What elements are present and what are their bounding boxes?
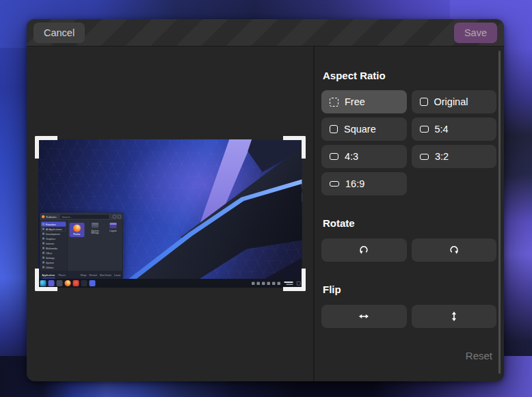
- logout-icon: [109, 223, 116, 228]
- crop-handle-bottom-right[interactable]: [283, 269, 306, 291]
- red-app-icon: [72, 280, 79, 286]
- save-button[interactable]: Save: [454, 23, 497, 43]
- category-icon: [42, 233, 44, 235]
- aspect-square-icon: [330, 125, 338, 133]
- headerbar: Cancel Save: [27, 19, 504, 46]
- screenshot-being-cropped[interactable]: Kubuntu Search... Favorite: [38, 139, 302, 288]
- crop-selection[interactable]: Kubuntu Search... Favorite: [38, 139, 302, 288]
- rotate-counterclockwise-button[interactable]: [321, 238, 407, 262]
- dialog-content: Kubuntu Search... Favorite: [27, 46, 504, 381]
- mini-launcher-title: Kubuntu: [46, 215, 56, 219]
- launcher-category: Favorites: [41, 222, 66, 227]
- aspect-16-9-icon: [330, 181, 339, 187]
- crop-handle-bottom-left[interactable]: [35, 269, 57, 291]
- app-tile-logout: Logout: [105, 223, 120, 232]
- flip-horizontal-button[interactable]: [321, 305, 407, 328]
- aspect-option-3-2[interactable]: 3:2: [412, 145, 497, 168]
- category-icon: [42, 243, 44, 245]
- crop-preview-area: Kubuntu Search... Favorite: [27, 46, 315, 381]
- aspect-option-4-3[interactable]: 4:3: [321, 145, 407, 168]
- category-label: Graphics: [46, 237, 55, 240]
- app-tile-firefox: Firefox: [69, 223, 84, 237]
- tray-icon: [277, 282, 280, 285]
- reset-button[interactable]: Reset: [321, 350, 496, 361]
- category-icon: [42, 223, 44, 225]
- aspect-option-5-4[interactable]: 5:4: [412, 118, 497, 141]
- aspect-option-free[interactable]: Free: [321, 90, 407, 113]
- app-tile-label: System Settings: [88, 230, 103, 234]
- aspect-option-square[interactable]: Square: [321, 118, 407, 141]
- launcher-category: Development: [41, 232, 66, 236]
- launcher-category: System: [41, 260, 66, 265]
- category-label: Development: [46, 232, 60, 235]
- launcher-category: Office: [41, 251, 66, 256]
- category-label: System: [46, 261, 54, 264]
- mini-launcher-body: Favorites All Applications Development: [40, 221, 122, 271]
- rotate-heading: Rotate: [323, 217, 496, 230]
- power-actions: SleepRestartShut DownLeave: [80, 274, 120, 277]
- pin-icon: [113, 215, 116, 219]
- system-settings-icon: [92, 223, 98, 228]
- flip-vertical-button[interactable]: [412, 305, 497, 328]
- category-label: Favorites: [46, 223, 55, 225]
- crop-handle-top-left[interactable]: [35, 136, 57, 159]
- option-label: Original: [434, 96, 468, 107]
- category-icon: [42, 238, 44, 240]
- tray-icon: [256, 282, 260, 285]
- distro-logo-icon: [42, 215, 45, 219]
- aspect-5-4-icon: [420, 126, 429, 133]
- aspect-original-icon: [420, 98, 428, 106]
- panel-scrollbar[interactable]: [498, 51, 501, 374]
- option-label: Square: [344, 124, 376, 135]
- edit-panel: Aspect Ratio Free Original Square 5:4: [315, 46, 504, 381]
- launcher-category: Multimedia: [41, 246, 66, 251]
- mini-taskbar: [38, 279, 302, 288]
- launcher-category: Graphics: [41, 236, 66, 241]
- flip-vertical-icon: [449, 311, 460, 322]
- category-icon: [42, 262, 44, 264]
- mini-search-field: Search...: [59, 214, 109, 219]
- crop-dialog: Cancel Save: [27, 19, 504, 381]
- cancel-button[interactable]: Cancel: [34, 23, 85, 43]
- mini-system-tray: [252, 282, 280, 285]
- category-icon: [42, 257, 44, 259]
- option-label: 4:3: [345, 151, 358, 162]
- tray-icon: [262, 282, 265, 285]
- aspect-4-3-icon: [330, 153, 338, 160]
- rotate-clockwise-button[interactable]: [412, 238, 497, 262]
- app-tile-label: Firefox: [73, 233, 80, 236]
- app-tile-label: Logout: [109, 230, 116, 232]
- launcher-category: All Applications: [41, 227, 66, 232]
- option-label: 3:2: [435, 151, 449, 162]
- category-label: Settings: [46, 256, 55, 259]
- launcher-category: Settings: [41, 256, 66, 260]
- app-tile-system-settings: System Settings: [88, 223, 103, 234]
- power-action-label: Sleep: [80, 274, 86, 277]
- aspect-ratio-heading: Aspect Ratio: [323, 70, 496, 82]
- aspect-option-16-9[interactable]: 16:9: [321, 172, 407, 195]
- aspect-ratio-options: Free Original Square 5:4 4:3: [321, 90, 496, 195]
- configure-icon: [118, 215, 121, 219]
- power-action-label: Shut Down: [99, 274, 111, 277]
- category-label: All Applications: [46, 228, 62, 230]
- category-label: Multimedia: [46, 247, 57, 249]
- power-action-label: Leave: [114, 274, 120, 277]
- flip-heading: Flip: [323, 284, 496, 296]
- tray-icon: [267, 282, 270, 285]
- crop-free-icon: [330, 98, 338, 107]
- category-label: Internet: [46, 242, 54, 245]
- option-label: Free: [345, 96, 365, 107]
- rotate-buttons: [321, 238, 496, 262]
- mini-launcher-apps: Firefox System Settings Logout: [67, 221, 122, 271]
- aspect-option-original[interactable]: Original: [412, 90, 497, 113]
- flip-horizontal-icon: [358, 311, 369, 322]
- aspect-3-2-icon: [420, 154, 429, 160]
- category-icon: [42, 228, 44, 230]
- launcher-category: Internet: [41, 241, 66, 246]
- crop-handle-top-right[interactable]: [283, 136, 306, 159]
- dark-app-icon: [81, 280, 87, 286]
- footer-tab-places: Places: [58, 274, 66, 277]
- firefox-icon: [64, 280, 70, 286]
- firefox-icon: [73, 225, 81, 232]
- tray-icon: [272, 282, 276, 285]
